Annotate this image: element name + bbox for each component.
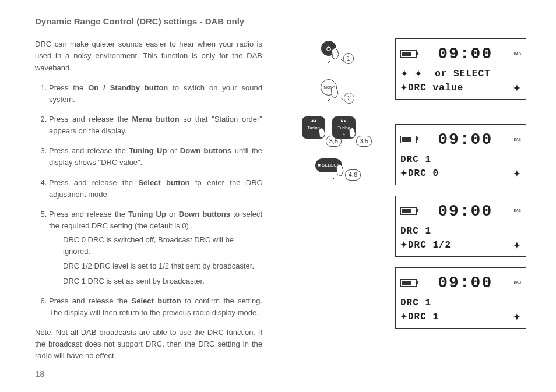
lcd-screen-1: 09:00 DAB ✦✦ or SELECT ✦DRC value ✦: [395, 38, 526, 100]
lcd-time: 09:00: [438, 127, 492, 152]
page-number: 18: [35, 367, 45, 380]
lcd-screen-4: 09:00 DAB DRC 1 ✦DRC 1 ✦: [395, 267, 526, 329]
svg-line-4: [328, 99, 330, 101]
step-5: Press and release the Tuning Up or Down …: [49, 209, 262, 287]
step-1: Press the On / Standby button to switch …: [49, 82, 262, 105]
page-title: Dynamic Range Control (DRC) settings - D…: [35, 15, 536, 28]
step-badge: 1: [343, 53, 354, 64]
svg-line-6: [333, 177, 335, 179]
lcd-screen-3: 09:00 DAB DRC 1 ✦DRC 1/2 ✦: [395, 196, 526, 257]
lcd-time: 09:00: [438, 270, 492, 295]
step-3: Press and release the Tuning Up or Down …: [49, 145, 262, 168]
drc-option-half: DRC 1/2 DRC level is set to 1/2 that sen…: [63, 260, 262, 272]
drc-option-0: DRC 0 DRC is switched off, Broadcast DRC…: [63, 234, 262, 257]
drc-option-1: DRC 1 DRC is set as sent by broadcaster.: [63, 276, 262, 287]
lcd-time: 09:00: [438, 199, 492, 224]
dab-badge: DAB: [513, 51, 521, 58]
intro-paragraph: DRC can make quieter sounds easier to he…: [35, 38, 262, 73]
instruction-list: Press the On / Standby button to switch …: [35, 82, 262, 319]
svg-line-2: [328, 61, 330, 63]
battery-icon: [400, 279, 417, 287]
text-column: DRC can make quieter sounds easier to he…: [35, 38, 262, 362]
battery-icon: [400, 136, 417, 143]
step-2: Press and release the Menu button so tha…: [49, 114, 262, 137]
step-badge: 4,6: [345, 169, 361, 181]
hand-icon: [326, 83, 346, 103]
battery-icon: [400, 50, 417, 58]
button-diagram-column: 1 Menu 2 ◂◂ Tuning: [276, 38, 381, 362]
lcd-time: 09:00: [438, 41, 492, 66]
lcd-screen-2: 09:00 DAB DRC 1 ✦DRC 0 ✦: [395, 124, 526, 185]
dab-badge: DAB: [513, 208, 521, 214]
step-4: Press and release the Select button to e…: [49, 177, 262, 200]
step-badge: 2: [344, 93, 354, 104]
manual-page: Dynamic Range Control (DRC) settings - D…: [0, 0, 556, 392]
step-badge: 3,5: [356, 136, 372, 147]
dab-badge: DAB: [513, 137, 521, 143]
step-6: Press and release the Select button to c…: [49, 295, 262, 319]
battery-icon: [400, 207, 417, 215]
dab-badge: DAB: [513, 280, 521, 286]
drc-options: DRC 0 DRC is switched off, Broadcast DRC…: [49, 234, 262, 287]
note-paragraph: Note: Not all DAB broadcasts are able to…: [35, 327, 262, 362]
lcd-column: 09:00 DAB ✦✦ or SELECT ✦DRC value ✦ 09:0…: [395, 38, 529, 362]
